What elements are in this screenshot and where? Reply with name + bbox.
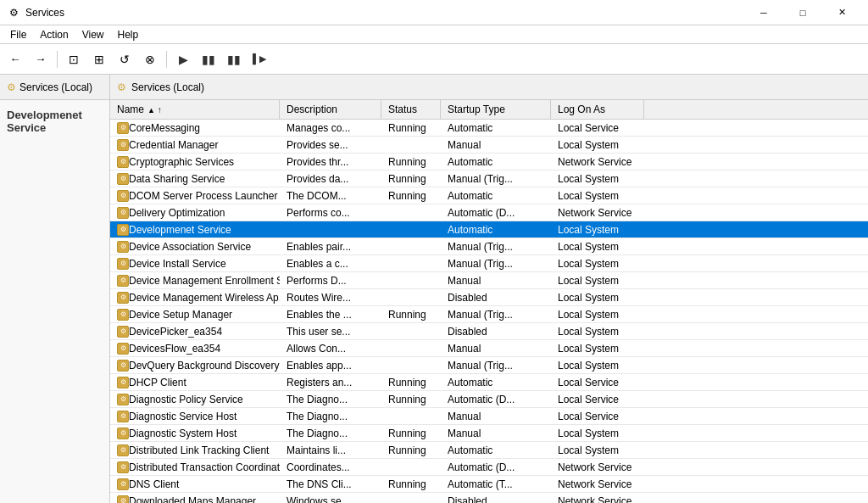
toolbar-forward[interactable]: → bbox=[29, 48, 53, 71]
cell-startup-type: Automatic bbox=[441, 187, 551, 204]
left-panel: ⚙ Services (Local) Developmenet Service bbox=[0, 75, 110, 503]
cell-status bbox=[381, 493, 441, 503]
table-row[interactable]: ⚙CoreMessaging Manages co... Running Aut… bbox=[110, 120, 868, 137]
table-row[interactable]: ⚙Device Association Service Enables pair… bbox=[110, 238, 868, 255]
table-row[interactable]: ⚙DCOM Server Process Launcher The DCOM..… bbox=[110, 187, 868, 204]
close-button[interactable]: ✕ bbox=[822, 0, 861, 25]
service-row-icon: ⚙ bbox=[117, 309, 129, 321]
cell-description: The DCOM... bbox=[280, 187, 381, 204]
service-row-icon: ⚙ bbox=[117, 224, 129, 236]
cell-name: ⚙CoreMessaging bbox=[110, 120, 280, 136]
cell-description: Windows se... bbox=[280, 493, 381, 503]
right-panel-header: ⚙ Services (Local) bbox=[110, 75, 868, 100]
cell-logon: Local System bbox=[551, 323, 644, 339]
table-row[interactable]: ⚙Device Setup Manager Enables the ... Ru… bbox=[110, 306, 868, 323]
cell-startup-type: Manual bbox=[441, 340, 551, 356]
table-row[interactable]: ⚙Cryptographic Services Provides thr... … bbox=[110, 154, 868, 170]
menu-file[interactable]: File bbox=[3, 25, 33, 44]
menu-help[interactable]: Help bbox=[111, 25, 146, 44]
cell-name: ⚙DNS Client bbox=[110, 476, 280, 492]
table-row[interactable]: ⚙Device Management Enrollment S... Perfo… bbox=[110, 272, 868, 289]
cell-status bbox=[381, 289, 441, 305]
service-detail: Developmenet Service bbox=[0, 100, 109, 149]
cell-name: ⚙Diagnostic Service Host bbox=[110, 408, 280, 424]
cell-startup-type: Automatic bbox=[441, 154, 551, 170]
services-table[interactable]: Name ▲ Description Status Startup Type L… bbox=[110, 100, 868, 503]
table-row[interactable]: ⚙Developmenet Service Automatic Local Sy… bbox=[110, 221, 868, 238]
cell-status: Running bbox=[381, 476, 441, 492]
col-name[interactable]: Name ▲ bbox=[110, 100, 280, 119]
table-row[interactable]: ⚙DevicesFlow_ea354 Allows Con... Manual … bbox=[110, 340, 868, 357]
toolbar-restart[interactable]: ▌▶ bbox=[248, 48, 271, 71]
cell-logon: Local System bbox=[551, 357, 644, 373]
table-row[interactable]: ⚙Downloaded Maps Manager Windows se... D… bbox=[110, 493, 868, 503]
toolbar-pause[interactable]: ▮▮ bbox=[222, 48, 246, 71]
cell-description: Enables the ... bbox=[280, 306, 381, 322]
col-status[interactable]: Status bbox=[381, 100, 441, 119]
toolbar-play[interactable]: ▶ bbox=[171, 48, 195, 71]
service-row-icon: ⚙ bbox=[117, 139, 129, 151]
table-row[interactable]: ⚙Diagnostic Policy Service The Diagno...… bbox=[110, 391, 868, 408]
service-row-icon: ⚙ bbox=[117, 122, 129, 134]
cell-name: ⚙DHCP Client bbox=[110, 374, 280, 390]
cell-name: ⚙DevicesFlow_ea354 bbox=[110, 340, 280, 356]
minimize-button[interactable]: ─ bbox=[744, 0, 783, 25]
cell-status: Running bbox=[381, 154, 441, 170]
cell-description: Maintains li... bbox=[280, 442, 381, 458]
cell-logon: Local System bbox=[551, 137, 644, 153]
cell-name: ⚙DevQuery Background Discovery ... bbox=[110, 357, 280, 373]
table-row[interactable]: ⚙Device Management Wireless Ap... Routes… bbox=[110, 289, 868, 306]
toolbar-back[interactable]: ← bbox=[3, 48, 27, 71]
table-row[interactable]: ⚙DevicePicker_ea354 This user se... Disa… bbox=[110, 323, 868, 340]
cell-description: Routes Wire... bbox=[280, 289, 381, 305]
col-startup-type[interactable]: Startup Type bbox=[441, 100, 551, 119]
table-row[interactable]: ⚙Delivery Optimization Performs co... Au… bbox=[110, 204, 868, 221]
cell-name: ⚙Diagnostic System Host bbox=[110, 425, 280, 441]
table-row[interactable]: ⚙Device Install Service Enables a c... M… bbox=[110, 255, 868, 272]
service-row-icon: ⚙ bbox=[117, 411, 129, 422]
toolbar-stop[interactable]: ▮▮ bbox=[197, 48, 220, 71]
table-row[interactable]: ⚙Diagnostic Service Host The Diagno... M… bbox=[110, 408, 868, 425]
cell-status: Running bbox=[381, 425, 441, 441]
cell-startup-type: Manual bbox=[441, 425, 551, 441]
cell-logon: Local System bbox=[551, 340, 644, 356]
cell-logon: Local System bbox=[551, 272, 644, 288]
table-row[interactable]: ⚙DNS Client The DNS Cli... Running Autom… bbox=[110, 476, 868, 493]
menu-view[interactable]: View bbox=[75, 25, 111, 44]
table-row[interactable]: ⚙Diagnostic System Host The Diagno... Ru… bbox=[110, 425, 868, 442]
table-row[interactable]: ⚙Data Sharing Service Provides da... Run… bbox=[110, 170, 868, 187]
table-row[interactable]: ⚙DHCP Client Registers an... Running Aut… bbox=[110, 374, 868, 391]
table-row[interactable]: ⚙Credential Manager Provides se... Manua… bbox=[110, 137, 868, 154]
toolbar-refresh[interactable]: ↺ bbox=[113, 48, 136, 71]
service-row-icon: ⚙ bbox=[117, 428, 129, 439]
table-row[interactable]: ⚙DevQuery Background Discovery ... Enabl… bbox=[110, 357, 868, 374]
toolbar-up[interactable]: ⊡ bbox=[62, 48, 86, 71]
toolbar: ← → ⊡ ⊞ ↺ ⊗ ▶ ▮▮ ▮▮ ▌▶ bbox=[0, 44, 868, 75]
cell-status bbox=[381, 459, 441, 475]
cell-startup-type: Disabled bbox=[441, 323, 551, 339]
table-body: ⚙CoreMessaging Manages co... Running Aut… bbox=[110, 120, 868, 503]
cell-startup-type: Automatic bbox=[441, 221, 551, 238]
service-row-icon: ⚙ bbox=[117, 444, 129, 456]
toolbar-show-hide[interactable]: ⊞ bbox=[87, 48, 111, 71]
cell-status: Running bbox=[381, 170, 441, 187]
maximize-button[interactable]: □ bbox=[783, 0, 822, 25]
col-description[interactable]: Description bbox=[280, 100, 381, 119]
cell-startup-type: Manual bbox=[441, 408, 551, 424]
cell-logon: Network Service bbox=[551, 204, 644, 221]
service-row-icon: ⚙ bbox=[117, 478, 129, 490]
cell-status bbox=[381, 340, 441, 356]
service-row-icon: ⚙ bbox=[117, 394, 129, 405]
table-row[interactable]: ⚙Distributed Transaction Coordinat... Co… bbox=[110, 459, 868, 476]
toolbar-export[interactable]: ⊗ bbox=[138, 48, 162, 71]
col-logon[interactable]: Log On As bbox=[551, 100, 644, 119]
table-row[interactable]: ⚙Distributed Link Tracking Client Mainta… bbox=[110, 442, 868, 459]
cell-logon: Local System bbox=[551, 442, 644, 458]
menu-action[interactable]: Action bbox=[33, 25, 75, 44]
cell-name: ⚙Device Management Wireless Ap... bbox=[110, 289, 280, 305]
table-header: Name ▲ Description Status Startup Type L… bbox=[110, 100, 868, 120]
cell-name: ⚙Device Association Service bbox=[110, 238, 280, 254]
cell-name: ⚙Downloaded Maps Manager bbox=[110, 493, 280, 503]
cell-status bbox=[381, 221, 441, 238]
cell-description: Enables app... bbox=[280, 357, 381, 373]
